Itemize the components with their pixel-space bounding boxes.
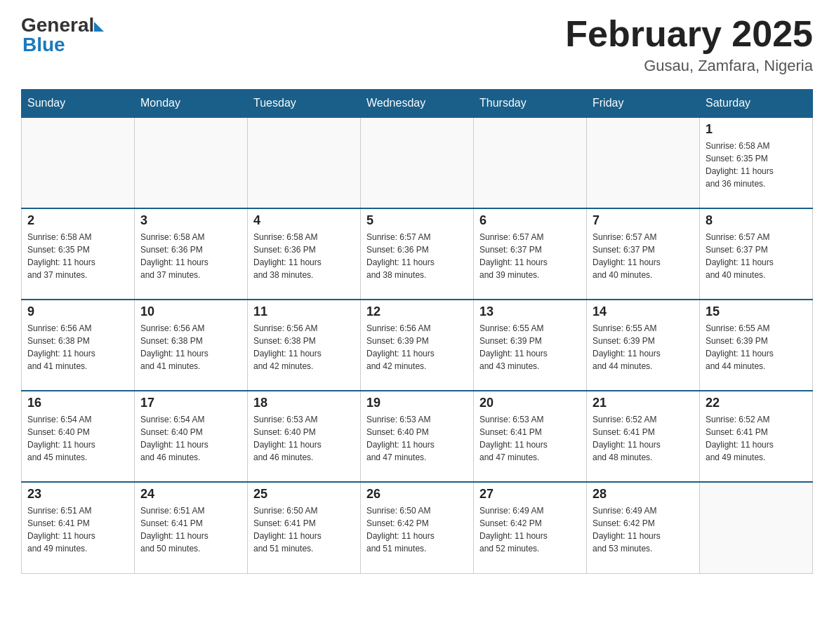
day-info: Sunrise: 6:49 AM Sunset: 6:42 PM Dayligh…: [593, 504, 694, 555]
calendar-cell: [135, 117, 248, 208]
calendar-cell: 14Sunrise: 6:55 AM Sunset: 6:39 PM Dayli…: [587, 300, 700, 391]
column-header-tuesday: Tuesday: [248, 90, 361, 118]
calendar-cell: 5Sunrise: 6:57 AM Sunset: 6:36 PM Daylig…: [361, 208, 474, 300]
day-info: Sunrise: 6:55 AM Sunset: 6:39 PM Dayligh…: [706, 322, 807, 373]
calendar-cell: 15Sunrise: 6:55 AM Sunset: 6:39 PM Dayli…: [700, 300, 813, 391]
month-title: February 2025: [565, 14, 813, 54]
column-header-monday: Monday: [135, 90, 248, 118]
day-number: 18: [253, 396, 355, 410]
day-number: 7: [593, 213, 694, 228]
day-number: 11: [253, 304, 355, 319]
day-info: Sunrise: 6:50 AM Sunset: 6:41 PM Dayligh…: [253, 504, 355, 555]
calendar-cell: 11Sunrise: 6:56 AM Sunset: 6:38 PM Dayli…: [248, 300, 361, 391]
day-info: Sunrise: 6:53 AM Sunset: 6:40 PM Dayligh…: [253, 413, 355, 464]
calendar-cell: 24Sunrise: 6:51 AM Sunset: 6:41 PM Dayli…: [135, 482, 248, 573]
day-info: Sunrise: 6:56 AM Sunset: 6:38 PM Dayligh…: [140, 322, 241, 373]
calendar-cell: 8Sunrise: 6:57 AM Sunset: 6:37 PM Daylig…: [700, 208, 813, 300]
day-number: 24: [140, 487, 241, 502]
day-info: Sunrise: 6:54 AM Sunset: 6:40 PM Dayligh…: [140, 413, 241, 464]
day-info: Sunrise: 6:53 AM Sunset: 6:40 PM Dayligh…: [366, 413, 468, 464]
day-info: Sunrise: 6:58 AM Sunset: 6:35 PM Dayligh…: [706, 140, 807, 190]
page-header: General Blue February 2025 Gusau, Zamfar…: [21, 14, 813, 75]
calendar-cell: [474, 117, 587, 208]
logo-blue-text: Blue: [21, 34, 104, 56]
day-number: 19: [366, 396, 468, 410]
day-number: 22: [706, 396, 807, 410]
day-info: Sunrise: 6:57 AM Sunset: 6:37 PM Dayligh…: [706, 231, 807, 281]
day-number: 6: [479, 213, 581, 228]
day-number: 8: [706, 213, 807, 228]
calendar-cell: 1Sunrise: 6:58 AM Sunset: 6:35 PM Daylig…: [700, 117, 813, 208]
day-info: Sunrise: 6:51 AM Sunset: 6:41 PM Dayligh…: [27, 504, 128, 555]
column-header-sunday: Sunday: [22, 90, 135, 118]
day-info: Sunrise: 6:58 AM Sunset: 6:36 PM Dayligh…: [253, 231, 355, 281]
day-number: 15: [706, 304, 807, 319]
calendar-cell: 12Sunrise: 6:56 AM Sunset: 6:39 PM Dayli…: [361, 300, 474, 391]
day-number: 27: [479, 487, 581, 502]
calendar-cell: 23Sunrise: 6:51 AM Sunset: 6:41 PM Dayli…: [22, 482, 135, 573]
day-number: 3: [140, 213, 241, 228]
day-number: 23: [27, 487, 128, 502]
day-info: Sunrise: 6:58 AM Sunset: 6:36 PM Dayligh…: [140, 231, 241, 281]
day-info: Sunrise: 6:55 AM Sunset: 6:39 PM Dayligh…: [479, 322, 581, 373]
day-info: Sunrise: 6:56 AM Sunset: 6:39 PM Dayligh…: [366, 322, 468, 373]
calendar-cell: [248, 117, 361, 208]
day-info: Sunrise: 6:56 AM Sunset: 6:38 PM Dayligh…: [253, 322, 355, 373]
day-number: 14: [593, 304, 694, 319]
calendar-cell: 4Sunrise: 6:58 AM Sunset: 6:36 PM Daylig…: [248, 208, 361, 300]
calendar-cell: 22Sunrise: 6:52 AM Sunset: 6:41 PM Dayli…: [700, 391, 813, 482]
day-info: Sunrise: 6:58 AM Sunset: 6:35 PM Dayligh…: [27, 231, 128, 281]
day-number: 25: [253, 487, 355, 502]
calendar-cell: [22, 117, 135, 208]
calendar-cell: 18Sunrise: 6:53 AM Sunset: 6:40 PM Dayli…: [248, 391, 361, 482]
calendar-cell: 9Sunrise: 6:56 AM Sunset: 6:38 PM Daylig…: [22, 300, 135, 391]
day-info: Sunrise: 6:50 AM Sunset: 6:42 PM Dayligh…: [366, 504, 468, 555]
day-info: Sunrise: 6:51 AM Sunset: 6:41 PM Dayligh…: [140, 504, 241, 555]
day-number: 26: [366, 487, 468, 502]
calendar-week-row: 9Sunrise: 6:56 AM Sunset: 6:38 PM Daylig…: [22, 300, 813, 391]
day-info: Sunrise: 6:52 AM Sunset: 6:41 PM Dayligh…: [593, 413, 694, 464]
calendar-cell: 2Sunrise: 6:58 AM Sunset: 6:35 PM Daylig…: [22, 208, 135, 300]
day-number: 16: [27, 396, 128, 410]
day-info: Sunrise: 6:57 AM Sunset: 6:37 PM Dayligh…: [593, 231, 694, 281]
logo-triangle-icon: [94, 22, 104, 32]
day-info: Sunrise: 6:53 AM Sunset: 6:41 PM Dayligh…: [479, 413, 581, 464]
day-number: 21: [593, 396, 694, 410]
calendar-cell: 28Sunrise: 6:49 AM Sunset: 6:42 PM Dayli…: [587, 482, 700, 573]
day-info: Sunrise: 6:54 AM Sunset: 6:40 PM Dayligh…: [27, 413, 128, 464]
day-number: 2: [27, 213, 128, 228]
calendar-cell: 26Sunrise: 6:50 AM Sunset: 6:42 PM Dayli…: [361, 482, 474, 573]
calendar-cell: 20Sunrise: 6:53 AM Sunset: 6:41 PM Dayli…: [474, 391, 587, 482]
location-subtitle: Gusau, Zamfara, Nigeria: [565, 57, 813, 75]
day-number: 13: [479, 304, 581, 319]
day-number: 5: [366, 213, 468, 228]
calendar-cell: 13Sunrise: 6:55 AM Sunset: 6:39 PM Dayli…: [474, 300, 587, 391]
calendar-cell: 19Sunrise: 6:53 AM Sunset: 6:40 PM Dayli…: [361, 391, 474, 482]
column-header-thursday: Thursday: [474, 90, 587, 118]
day-info: Sunrise: 6:52 AM Sunset: 6:41 PM Dayligh…: [706, 413, 807, 464]
day-info: Sunrise: 6:55 AM Sunset: 6:39 PM Dayligh…: [593, 322, 694, 373]
calendar-cell: [587, 117, 700, 208]
calendar-cell: 21Sunrise: 6:52 AM Sunset: 6:41 PM Dayli…: [587, 391, 700, 482]
day-number: 10: [140, 304, 241, 319]
calendar-cell: 10Sunrise: 6:56 AM Sunset: 6:38 PM Dayli…: [135, 300, 248, 391]
day-number: 12: [366, 304, 468, 319]
day-info: Sunrise: 6:56 AM Sunset: 6:38 PM Dayligh…: [27, 322, 128, 373]
calendar-cell: [361, 117, 474, 208]
calendar-week-row: 1Sunrise: 6:58 AM Sunset: 6:35 PM Daylig…: [22, 117, 813, 208]
day-info: Sunrise: 6:57 AM Sunset: 6:37 PM Dayligh…: [479, 231, 581, 281]
calendar-week-row: 23Sunrise: 6:51 AM Sunset: 6:41 PM Dayli…: [22, 482, 813, 573]
day-info: Sunrise: 6:49 AM Sunset: 6:42 PM Dayligh…: [479, 504, 581, 555]
calendar-cell: 16Sunrise: 6:54 AM Sunset: 6:40 PM Dayli…: [22, 391, 135, 482]
calendar-cell: 17Sunrise: 6:54 AM Sunset: 6:40 PM Dayli…: [135, 391, 248, 482]
column-header-saturday: Saturday: [700, 90, 813, 118]
calendar-week-row: 16Sunrise: 6:54 AM Sunset: 6:40 PM Dayli…: [22, 391, 813, 482]
title-area: February 2025 Gusau, Zamfara, Nigeria: [565, 14, 813, 75]
calendar-cell: [700, 482, 813, 573]
day-number: 9: [27, 304, 128, 319]
day-number: 4: [253, 213, 355, 228]
calendar-cell: 27Sunrise: 6:49 AM Sunset: 6:42 PM Dayli…: [474, 482, 587, 573]
calendar-table: SundayMondayTuesdayWednesdayThursdayFrid…: [21, 89, 813, 574]
day-number: 20: [479, 396, 581, 410]
column-header-wednesday: Wednesday: [361, 90, 474, 118]
